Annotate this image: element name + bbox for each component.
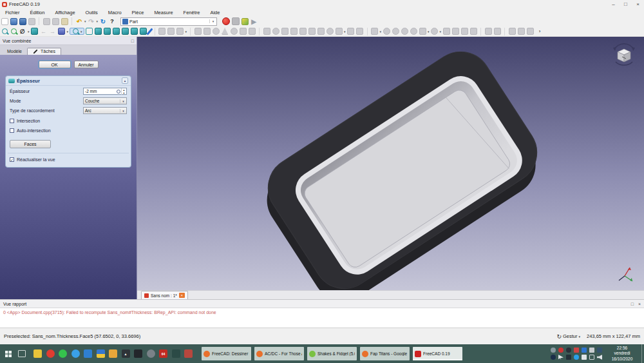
fit-selection-icon[interactable] [11,28,17,34]
tray-red-icon[interactable] [558,348,564,353]
measure-refresh-icon[interactable] [518,28,525,35]
menu-fichier[interactable]: Fichier [0,10,25,15]
part-loft-icon[interactable] [327,28,334,35]
tray-usb-icon[interactable] [582,355,587,360]
boolean-union-icon[interactable] [383,28,390,35]
part-offset-icon[interactable] [347,28,354,35]
view-front-icon[interactable] [95,28,102,35]
self-intersection-checkbox[interactable] [10,128,14,133]
part-color-icon[interactable] [470,28,477,35]
primitive-torus-icon[interactable] [231,28,238,35]
tray-gear-icon[interactable] [551,348,556,353]
tray-misc-icon[interactable] [597,348,602,353]
tab-taches[interactable]: Tâches [27,48,61,55]
primitive-box-icon[interactable] [194,28,202,35]
pin-file-explorer[interactable] [33,349,42,358]
menu-affichage[interactable]: Affichage [50,10,80,15]
check-geometry-icon[interactable] [419,28,426,35]
print-icon[interactable] [28,18,35,25]
nav-style-selector[interactable]: ↻ Gestur ▾ [556,333,580,340]
cut-icon[interactable] [43,18,50,25]
menu-fenetre[interactable]: Fenêtre [178,10,205,15]
new-document-icon[interactable] [1,18,8,25]
part-sweep-icon[interactable] [336,28,343,35]
minimize-button[interactable]: – [607,1,620,7]
menu-aide[interactable]: Aide [205,10,225,15]
pin-blue-square-app[interactable] [84,349,92,358]
expression-icon[interactable] [117,90,120,93]
refresh-icon[interactable]: ↻ [99,17,107,25]
part-revolve-icon[interactable] [272,28,279,35]
3d-viewport[interactable] [137,37,644,290]
part-compound-icon[interactable] [371,28,378,35]
tray-blue-g-icon[interactable] [574,355,579,360]
copy-icon[interactable] [52,18,59,25]
viewport-canvas[interactable] [137,37,644,290]
tray-red-square-icon[interactable] [574,348,579,353]
sweep-dropdown-icon[interactable]: ▾ [344,30,346,34]
pin-blue-crescent-app[interactable] [71,349,80,358]
zoom-tool-selected[interactable]: ▾ [70,28,84,35]
document-close-icon[interactable]: × [179,293,185,298]
measure-toggle-3d-icon[interactable] [485,28,492,35]
taskbar-app-fap-titans[interactable]: Fap Titans - Google C... [360,347,410,360]
export-dropdown-icon[interactable]: ▾ [185,30,187,34]
start-button[interactable] [0,344,17,363]
measure-angular-icon[interactable] [509,28,516,35]
navigation-cube[interactable] [609,40,639,70]
view-bottom-icon[interactable] [131,28,138,35]
part-export-icon[interactable] [167,28,175,35]
update-view-checkbox[interactable]: ✓ [10,157,14,162]
pin-dark-arrow-app[interactable]: ▲ [122,349,130,358]
thickness-spinner[interactable]: ▴ ▾ [121,88,126,95]
redo-icon[interactable]: ↷ [88,17,95,25]
shape-builder-icon[interactable] [249,28,256,35]
report-float-icon[interactable]: □ [631,302,634,306]
measure-clear-icon[interactable] [494,28,501,35]
tray-dark-icon[interactable] [566,348,571,353]
primitive-plane-icon[interactable] [240,28,247,35]
taskbar-app-firefox-freecad[interactable]: FreeCAD: Dessiner si... [202,347,251,360]
close-button[interactable]: × [632,1,644,7]
report-close-icon[interactable]: × [638,302,641,306]
primitive-cone-icon[interactable] [222,28,229,35]
view-top-icon[interactable] [104,28,111,35]
view-rear-icon[interactable] [122,28,129,35]
redo-dropdown-icon[interactable]: ▾ [97,19,99,23]
task-view-button[interactable] [18,350,26,357]
macro-record-icon[interactable] [222,17,230,25]
part-ruledsurface-icon[interactable] [317,28,325,35]
tray-bluetooth-icon[interactable] [582,348,587,353]
view-mode-dropdown-icon[interactable]: ▾ [67,30,69,34]
spin-down-icon[interactable]: ▾ [123,92,124,95]
selection-view-icon[interactable] [31,28,38,35]
combo-float-icon[interactable]: □ [131,39,134,43]
tab-modele[interactable]: Modèle [2,48,27,55]
open-document-icon[interactable] [10,18,17,25]
toolbar-overflow-icon[interactable]: › [536,28,544,35]
fit-all-icon[interactable] [2,28,8,34]
macro-execute-icon[interactable]: ▶ [250,17,258,25]
tray-volume-icon[interactable] [589,348,594,353]
intersection-checkbox[interactable] [10,119,14,123]
macro-edit-icon[interactable] [242,18,249,25]
nav-back-icon[interactable]: ← [40,28,48,35]
workbench-selector[interactable]: Part ▾ [120,17,217,26]
view-mode-icon[interactable] [58,28,65,35]
macro-stop-icon[interactable] [232,17,240,25]
taskbar-app-freecad[interactable]: FreeCAD 0.19 [413,347,462,360]
menu-edition[interactable]: Édition [25,10,50,15]
defeaturing-icon[interactable] [431,28,438,35]
undo-icon[interactable]: ↶ [75,17,83,25]
ok-button[interactable]: OK [39,61,71,68]
part-attach-icon[interactable] [461,28,468,35]
undo-dropdown-icon[interactable]: ▾ [84,19,86,23]
primitive-cylinder-icon[interactable] [204,28,211,35]
taskbar-app-acdc[interactable]: AC/DC - For Those Ab... [254,347,304,360]
pin-orange-app[interactable] [109,349,117,358]
thickness-input[interactable]: -2 mm ▴ ▾ [83,88,127,95]
part-import-icon[interactable] [158,28,166,35]
part-makeface-icon[interactable] [308,28,316,35]
boolean-cut-icon[interactable] [401,28,408,35]
view-right-icon[interactable] [113,28,120,35]
